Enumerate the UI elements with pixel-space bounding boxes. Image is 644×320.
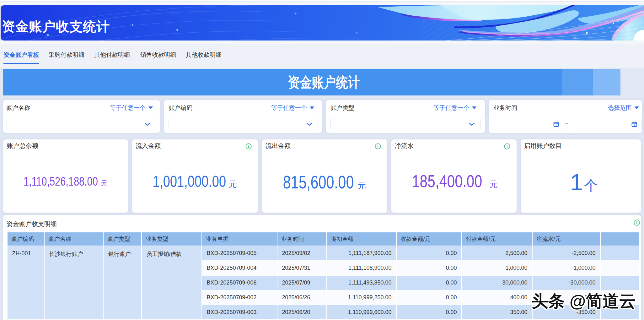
svg-text:185,400.00: 185,400.00	[412, 171, 482, 191]
svg-text:元: 元	[489, 180, 498, 189]
svg-text:815,600.00: 815,600.00	[283, 172, 354, 192]
svg-text:1,110,526,188.00: 1,110,526,188.00	[24, 175, 98, 188]
svg-text:元: 元	[357, 181, 366, 190]
svg-text:1: 1	[570, 171, 583, 193]
svg-text:1,001,000.00: 1,001,000.00	[153, 173, 226, 190]
svg-text:元: 元	[229, 179, 237, 189]
svg-text:个: 个	[584, 178, 598, 193]
svg-text:元: 元	[101, 179, 108, 187]
